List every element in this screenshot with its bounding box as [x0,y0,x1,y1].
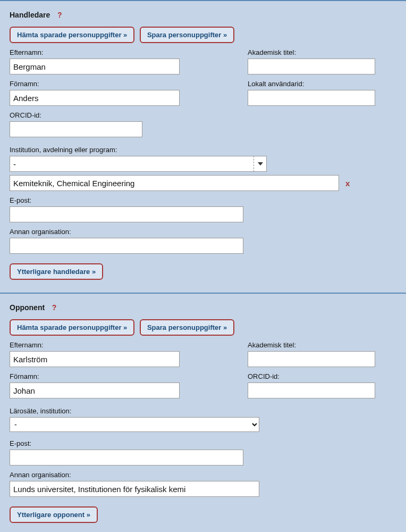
annan-org-label: Annan organisation: [10,471,396,479]
epost-label: E-post: [10,196,396,204]
opponent-button-row: Hämta sparade personuppgifter » Spara pe… [10,319,396,336]
epost-input[interactable] [10,450,243,466]
akademisk-titel-input[interactable] [248,351,375,367]
efternamn-input[interactable] [10,351,180,367]
orcid-label: ORCID-id: [10,111,216,119]
orcid-input[interactable] [248,383,375,398]
larosate-select[interactable]: - [10,417,259,432]
handledare-button-row: Hämta sparade personuppgifter » Spara pe… [10,27,396,43]
efternamn-input[interactable] [10,59,180,74]
save-person-button[interactable]: Spara personuppgifter » [140,319,234,336]
load-person-button[interactable]: Hämta sparade personuppgifter » [10,319,134,336]
fornamn-input[interactable] [10,383,180,398]
institution-label: Institution, avdelning eller program: [10,146,396,154]
institution-selected-input[interactable] [10,175,339,191]
save-person-button[interactable]: Spara personuppgifter » [140,27,234,43]
fornamn-label: Förnamn: [10,80,216,88]
akademisk-titel-label: Akademisk titel: [248,341,396,349]
akademisk-titel-label: Akademisk titel: [248,48,396,56]
institution-combo-input[interactable] [10,156,254,172]
orcid-input[interactable] [10,121,142,137]
help-icon[interactable]: ? [52,303,57,312]
epost-input[interactable] [10,206,243,222]
opponent-title: Opponent [10,303,45,312]
opponent-panel: Opponent ? Hämta sparade personuppgifter… [0,293,406,532]
add-handledare-button[interactable]: Ytterligare handledare » [10,263,103,280]
efternamn-label: Efternamn: [10,48,216,56]
handledare-panel: Handledare ? Hämta sparade personuppgift… [0,0,406,293]
fornamn-label: Förnamn: [10,372,216,380]
help-icon[interactable]: ? [57,11,62,19]
anvandarid-label: Lokalt användarid: [248,80,396,88]
larosate-label: Lärosäte, institution: [10,407,396,415]
load-person-button[interactable]: Hämta sparade personuppgifter » [10,27,134,43]
annan-org-label: Annan organisation: [10,228,396,236]
orcid-label: ORCID-id: [248,372,396,380]
remove-institution-icon[interactable]: x [345,179,350,188]
annan-org-input[interactable] [10,481,259,497]
add-opponent-button[interactable]: Ytterligare opponent » [10,506,98,523]
chevron-down-icon [258,162,263,165]
handledare-title: Handledare [10,11,50,19]
annan-org-input[interactable] [10,238,243,254]
anvandarid-input[interactable] [248,90,375,106]
akademisk-titel-input[interactable] [248,59,375,74]
efternamn-label: Efternamn: [10,341,216,349]
epost-label: E-post: [10,439,396,447]
fornamn-input[interactable] [10,90,180,106]
institution-combo-toggle[interactable] [254,156,267,172]
